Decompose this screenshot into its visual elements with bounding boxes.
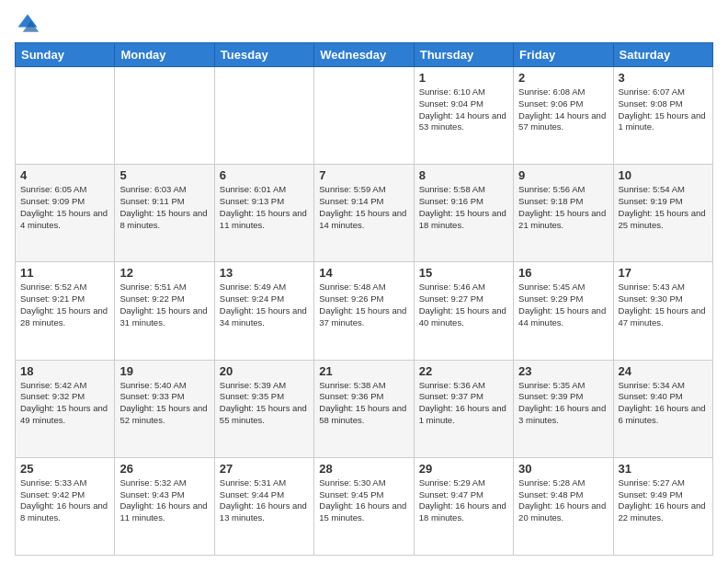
day-number: 20 (220, 364, 309, 378)
day-number: 31 (619, 462, 708, 476)
page: SundayMondayTuesdayWednesdayThursdayFrid… (0, 0, 728, 563)
day-cell: 3Sunrise: 6:07 AM Sunset: 9:08 PM Daylig… (613, 67, 712, 165)
day-cell: 26Sunrise: 5:32 AM Sunset: 9:43 PM Dayli… (115, 457, 214, 555)
day-info: Sunrise: 5:36 AM Sunset: 9:37 PM Dayligh… (419, 380, 508, 427)
day-info: Sunrise: 5:35 AM Sunset: 9:39 PM Dayligh… (518, 380, 608, 427)
day-header-wednesday: Wednesday (314, 43, 414, 67)
day-cell (16, 67, 115, 165)
day-number: 14 (319, 266, 408, 280)
day-cell: 12Sunrise: 5:51 AM Sunset: 9:22 PM Dayli… (115, 262, 214, 360)
day-info: Sunrise: 6:03 AM Sunset: 9:11 PM Dayligh… (119, 184, 209, 231)
day-number: 25 (20, 462, 109, 476)
day-number: 24 (619, 364, 708, 378)
day-cell: 5Sunrise: 6:03 AM Sunset: 9:11 PM Daylig… (115, 165, 214, 262)
day-number: 18 (20, 364, 109, 378)
day-header-sunday: Sunday (16, 43, 115, 67)
day-cell: 2Sunrise: 6:08 AM Sunset: 9:06 PM Daylig… (514, 67, 613, 165)
day-info: Sunrise: 5:27 AM Sunset: 9:49 PM Dayligh… (619, 477, 708, 524)
day-number: 5 (119, 168, 209, 182)
header (15, 11, 713, 37)
day-info: Sunrise: 5:58 AM Sunset: 9:16 PM Dayligh… (419, 184, 508, 231)
day-info: Sunrise: 5:43 AM Sunset: 9:30 PM Dayligh… (619, 282, 708, 328)
day-info: Sunrise: 5:54 AM Sunset: 9:19 PM Dayligh… (619, 184, 708, 231)
day-number: 3 (619, 71, 708, 85)
day-cell: 28Sunrise: 5:30 AM Sunset: 9:45 PM Dayli… (314, 457, 414, 555)
day-cell: 7Sunrise: 5:59 AM Sunset: 9:14 PM Daylig… (314, 165, 414, 262)
day-cell: 11Sunrise: 5:52 AM Sunset: 9:21 PM Dayli… (16, 262, 115, 360)
day-info: Sunrise: 5:52 AM Sunset: 9:21 PM Dayligh… (20, 282, 109, 328)
day-number: 19 (119, 364, 209, 378)
day-info: Sunrise: 5:38 AM Sunset: 9:36 PM Dayligh… (319, 380, 408, 427)
week-row-3: 11Sunrise: 5:52 AM Sunset: 9:21 PM Dayli… (16, 262, 713, 360)
day-cell: 23Sunrise: 5:35 AM Sunset: 9:39 PM Dayli… (514, 360, 613, 457)
day-number: 29 (419, 462, 508, 476)
day-header-friday: Friday (514, 43, 613, 67)
day-info: Sunrise: 6:07 AM Sunset: 9:08 PM Dayligh… (619, 86, 708, 133)
day-info: Sunrise: 5:45 AM Sunset: 9:29 PM Dayligh… (518, 282, 608, 328)
day-cell: 22Sunrise: 5:36 AM Sunset: 9:37 PM Dayli… (414, 360, 513, 457)
day-cell: 14Sunrise: 5:48 AM Sunset: 9:26 PM Dayli… (314, 262, 414, 360)
week-row-4: 18Sunrise: 5:42 AM Sunset: 9:32 PM Dayli… (16, 360, 713, 457)
day-number: 13 (220, 266, 309, 280)
day-info: Sunrise: 5:28 AM Sunset: 9:48 PM Dayligh… (518, 477, 608, 524)
day-cell (115, 67, 214, 165)
day-header-thursday: Thursday (414, 43, 513, 67)
day-info: Sunrise: 6:01 AM Sunset: 9:13 PM Dayligh… (220, 184, 309, 231)
day-number: 26 (119, 462, 209, 476)
day-number: 4 (20, 168, 109, 182)
day-info: Sunrise: 5:46 AM Sunset: 9:27 PM Dayligh… (419, 282, 508, 328)
day-cell: 16Sunrise: 5:45 AM Sunset: 9:29 PM Dayli… (514, 262, 613, 360)
day-info: Sunrise: 5:59 AM Sunset: 9:14 PM Dayligh… (319, 184, 408, 231)
day-number: 21 (319, 364, 408, 378)
day-cell: 19Sunrise: 5:40 AM Sunset: 9:33 PM Dayli… (115, 360, 214, 457)
day-number: 17 (619, 266, 708, 280)
day-number: 27 (220, 462, 309, 476)
day-cell: 9Sunrise: 5:56 AM Sunset: 9:18 PM Daylig… (514, 165, 613, 262)
day-number: 9 (518, 168, 608, 182)
day-info: Sunrise: 5:49 AM Sunset: 9:24 PM Dayligh… (220, 282, 309, 328)
day-cell: 6Sunrise: 6:01 AM Sunset: 9:13 PM Daylig… (214, 165, 313, 262)
day-info: Sunrise: 5:30 AM Sunset: 9:45 PM Dayligh… (319, 477, 408, 524)
logo-icon (15, 11, 40, 37)
calendar-table: SundayMondayTuesdayWednesdayThursdayFrid… (15, 42, 713, 556)
day-info: Sunrise: 5:31 AM Sunset: 9:44 PM Dayligh… (220, 477, 309, 524)
day-info: Sunrise: 5:56 AM Sunset: 9:18 PM Dayligh… (518, 184, 608, 231)
day-number: 6 (220, 168, 309, 182)
day-cell: 17Sunrise: 5:43 AM Sunset: 9:30 PM Dayli… (613, 262, 712, 360)
day-number: 1 (419, 71, 508, 85)
day-header-saturday: Saturday (613, 43, 712, 67)
day-number: 23 (518, 364, 608, 378)
logo (15, 11, 44, 37)
week-row-2: 4Sunrise: 6:05 AM Sunset: 9:09 PM Daylig… (16, 165, 713, 262)
day-cell (214, 67, 313, 165)
day-cell: 10Sunrise: 5:54 AM Sunset: 9:19 PM Dayli… (613, 165, 712, 262)
day-info: Sunrise: 6:10 AM Sunset: 9:04 PM Dayligh… (419, 86, 508, 133)
day-cell: 27Sunrise: 5:31 AM Sunset: 9:44 PM Dayli… (214, 457, 313, 555)
day-info: Sunrise: 5:42 AM Sunset: 9:32 PM Dayligh… (20, 380, 109, 427)
day-cell: 25Sunrise: 5:33 AM Sunset: 9:42 PM Dayli… (16, 457, 115, 555)
day-number: 8 (419, 168, 508, 182)
week-row-1: 1Sunrise: 6:10 AM Sunset: 9:04 PM Daylig… (16, 67, 713, 165)
day-info: Sunrise: 5:51 AM Sunset: 9:22 PM Dayligh… (119, 282, 209, 328)
day-info: Sunrise: 5:40 AM Sunset: 9:33 PM Dayligh… (119, 380, 209, 427)
day-number: 15 (419, 266, 508, 280)
day-info: Sunrise: 5:34 AM Sunset: 9:40 PM Dayligh… (619, 380, 708, 427)
week-row-5: 25Sunrise: 5:33 AM Sunset: 9:42 PM Dayli… (16, 457, 713, 555)
day-cell: 29Sunrise: 5:29 AM Sunset: 9:47 PM Dayli… (414, 457, 513, 555)
day-cell: 31Sunrise: 5:27 AM Sunset: 9:49 PM Dayli… (613, 457, 712, 555)
day-number: 30 (518, 462, 608, 476)
day-info: Sunrise: 6:05 AM Sunset: 9:09 PM Dayligh… (20, 184, 109, 231)
day-info: Sunrise: 5:33 AM Sunset: 9:42 PM Dayligh… (20, 477, 109, 524)
day-cell: 18Sunrise: 5:42 AM Sunset: 9:32 PM Dayli… (16, 360, 115, 457)
day-cell: 1Sunrise: 6:10 AM Sunset: 9:04 PM Daylig… (414, 67, 513, 165)
day-number: 11 (20, 266, 109, 280)
day-cell: 20Sunrise: 5:39 AM Sunset: 9:35 PM Dayli… (214, 360, 313, 457)
day-header-monday: Monday (115, 43, 214, 67)
day-info: Sunrise: 6:08 AM Sunset: 9:06 PM Dayligh… (518, 86, 608, 133)
day-info: Sunrise: 5:39 AM Sunset: 9:35 PM Dayligh… (220, 380, 309, 427)
day-number: 16 (518, 266, 608, 280)
day-cell: 8Sunrise: 5:58 AM Sunset: 9:16 PM Daylig… (414, 165, 513, 262)
day-number: 2 (518, 71, 608, 85)
day-cell: 21Sunrise: 5:38 AM Sunset: 9:36 PM Dayli… (314, 360, 414, 457)
day-cell: 13Sunrise: 5:49 AM Sunset: 9:24 PM Dayli… (214, 262, 313, 360)
